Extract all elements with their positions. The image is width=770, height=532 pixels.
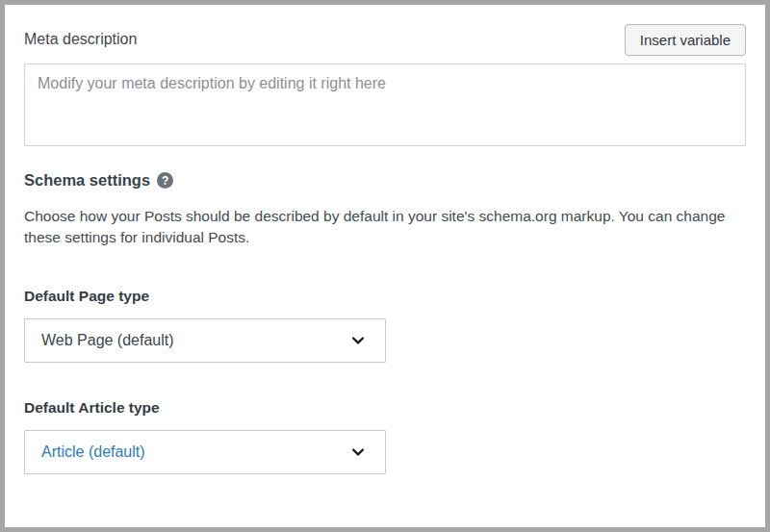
default-article-type-select[interactable]: Article (default) [24, 430, 386, 474]
default-article-type-label: Default Article type [24, 399, 746, 417]
insert-variable-button[interactable]: Insert variable [625, 24, 746, 56]
meta-description-header: Meta description Insert variable [24, 23, 746, 56]
chevron-down-icon [349, 332, 367, 349]
default-page-type-value: Web Page (default) [41, 332, 174, 349]
schema-settings-heading: Schema settings [24, 171, 150, 190]
default-page-type-label: Default Page type [24, 288, 746, 305]
meta-description-textarea[interactable] [24, 63, 746, 146]
seo-settings-panel: Meta description Insert variable Schema … [0, 0, 770, 532]
meta-description-label: Meta description [24, 31, 137, 48]
default-page-type-select[interactable]: Web Page (default) [24, 318, 386, 363]
schema-settings-description: Choose how your Posts should be describe… [24, 206, 738, 249]
help-icon[interactable]: ? [157, 172, 173, 189]
default-article-type-value: Article (default) [41, 443, 145, 461]
schema-settings-heading-row: Schema settings ? [24, 171, 746, 190]
chevron-down-icon [349, 443, 367, 461]
